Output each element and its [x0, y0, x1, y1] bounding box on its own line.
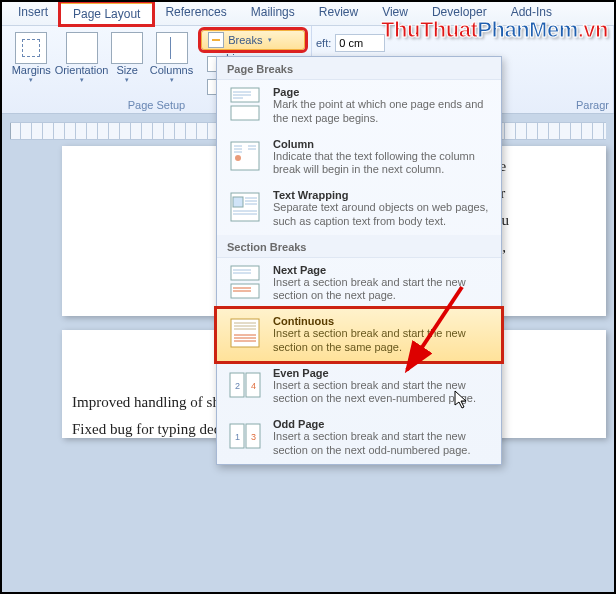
option-title: Column	[273, 138, 491, 150]
option-title: Even Page	[273, 367, 491, 379]
watermark-part: .vn	[578, 17, 608, 42]
columns-button[interactable]: Columns ▾	[148, 30, 195, 86]
text-wrapping-icon	[227, 189, 263, 225]
option-title: Page	[273, 86, 491, 98]
option-desc: Insert a section break and start the new…	[273, 430, 491, 458]
break-option-odd-page[interactable]: 13 Odd Page Insert a section break and s…	[217, 412, 501, 464]
even-page-icon: 24	[227, 367, 263, 403]
svg-rect-5	[233, 197, 243, 207]
tab-review[interactable]: Review	[307, 2, 370, 25]
option-title: Next Page	[273, 264, 491, 276]
columns-label: Columns	[150, 64, 193, 76]
size-icon	[111, 32, 143, 64]
svg-point-3	[235, 155, 241, 161]
option-desc: Insert a section break and start the new…	[273, 276, 491, 304]
break-option-next-page[interactable]: Next Page Insert a section break and sta…	[217, 258, 501, 310]
chevron-down-icon: ▾	[80, 76, 84, 84]
tab-insert[interactable]: Insert	[6, 2, 60, 25]
option-desc: Indicate that the text following the col…	[273, 150, 491, 178]
odd-page-icon: 13	[227, 418, 263, 454]
size-label: Size	[116, 64, 137, 76]
chevron-down-icon: ▾	[268, 36, 272, 44]
orientation-label: Orientation	[55, 64, 109, 76]
continuous-icon	[227, 315, 263, 351]
page-break-icon	[227, 86, 263, 122]
margins-icon	[15, 32, 47, 64]
option-desc: Insert a section break and start the new…	[273, 379, 491, 407]
svg-text:1: 1	[235, 432, 240, 442]
tab-references[interactable]: References	[153, 2, 238, 25]
columns-icon	[156, 32, 188, 64]
margins-label: Margins	[12, 64, 51, 76]
dropdown-section-section-breaks: Section Breaks	[217, 235, 501, 258]
break-option-even-page[interactable]: 24 Even Page Insert a section break and …	[217, 361, 501, 413]
column-break-icon	[227, 138, 263, 174]
option-title: Text Wrapping	[273, 189, 491, 201]
option-desc: Mark the point at which one page ends an…	[273, 98, 491, 126]
svg-rect-1	[231, 106, 259, 120]
break-option-column[interactable]: Column Indicate that the text following …	[217, 132, 501, 184]
watermark: ThuThuatPhanMem.vn	[381, 17, 608, 43]
breaks-label: Breaks	[228, 34, 262, 46]
break-option-continuous[interactable]: Continuous Insert a section break and st…	[216, 308, 502, 362]
group-title-paragraph: Paragr	[576, 99, 609, 111]
tab-page-layout[interactable]: Page Layout	[60, 2, 153, 25]
break-option-text-wrapping[interactable]: Text Wrapping Separate text around objec…	[217, 183, 501, 235]
breaks-dropdown: Page Breaks Page Mark the point at which…	[216, 56, 502, 465]
option-desc: Insert a section break and start the new…	[273, 327, 491, 355]
breaks-icon	[208, 32, 224, 48]
size-button[interactable]: Size ▾	[109, 30, 146, 86]
chevron-down-icon: ▾	[170, 76, 174, 84]
orientation-icon	[66, 32, 98, 64]
option-title: Continuous	[273, 315, 491, 327]
breaks-button[interactable]: Breaks ▾	[201, 30, 305, 50]
svg-text:4: 4	[251, 381, 256, 391]
orientation-button[interactable]: Orientation ▾	[57, 30, 107, 86]
next-page-icon	[227, 264, 263, 300]
watermark-part: ThuThuat	[381, 17, 477, 42]
indent-left-input[interactable]	[335, 34, 385, 52]
svg-text:3: 3	[251, 432, 256, 442]
tab-mailings[interactable]: Mailings	[239, 2, 307, 25]
chevron-down-icon: ▾	[29, 76, 33, 84]
margins-button[interactable]: Margins ▾	[8, 30, 55, 86]
svg-text:2: 2	[235, 381, 240, 391]
option-title: Odd Page	[273, 418, 491, 430]
watermark-part: PhanMem	[477, 17, 577, 42]
dropdown-section-page-breaks: Page Breaks	[217, 57, 501, 80]
indent-left-label: eft:	[316, 37, 331, 49]
option-desc: Separate text around objects on web page…	[273, 201, 491, 229]
chevron-down-icon: ▾	[125, 76, 129, 84]
break-option-page[interactable]: Page Mark the point at which one page en…	[217, 80, 501, 132]
